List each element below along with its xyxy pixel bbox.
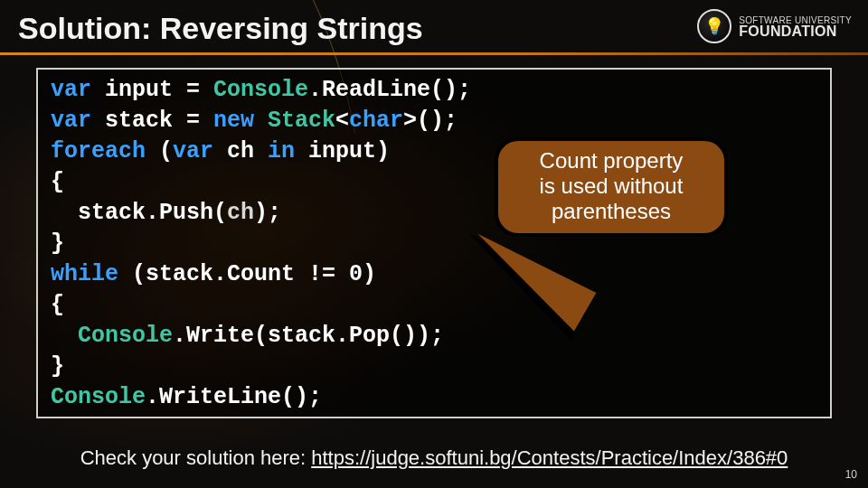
code-keyword: while [51,261,132,287]
code-text: { [51,292,64,318]
code-arg: ch [227,200,254,226]
code-text: < [335,108,349,134]
code-text: .ReadLine(); [308,77,471,103]
code-type: Console [78,323,173,349]
code-text: stack.Push( [51,200,227,226]
code-text: (stack.Count != 0) [132,261,376,287]
annotation-callout: Count property is used without parenthes… [495,137,728,237]
code-text: ); [254,200,281,226]
code-text: } [51,353,64,380]
code-type: Console [213,77,308,103]
code-text [51,323,78,349]
code-text: input) [295,138,390,164]
lightbulb-icon: 💡 [697,9,731,43]
solution-link[interactable]: https://judge.softuni.bg/Contests/Practi… [311,446,788,469]
brand-line2: FOUNDATION [739,26,852,37]
code-text: { [51,169,64,195]
code-text: input = [91,77,213,103]
code-text: .WriteLine(); [146,384,322,410]
code-keyword: new [213,108,268,134]
footer: Check your solution here: https://judge.… [0,446,868,470]
code-text: .Write(stack.Pop()); [173,323,444,349]
code-keyword: var [51,108,91,134]
code-text: stack = [91,108,213,134]
code-block: var input = Console.ReadLine(); var stac… [36,68,832,418]
footer-prefix: Check your solution here: [80,446,312,469]
code-text: } [51,230,64,257]
code-type: Stack [268,108,335,134]
code-text: >(); [403,108,458,134]
page-title: Solution: Reversing Strings [18,11,423,46]
title-underline [0,52,868,55]
callout-line2: is used without [511,174,712,199]
code-text: ch [213,138,268,164]
brand-line1: SOFTWARE UNIVERSITY [739,15,852,26]
code-keyword: var [51,77,91,103]
brand-logo: 💡 SOFTWARE UNIVERSITY FOUNDATION [697,9,852,43]
code-keyword: foreach [51,138,159,164]
page-number: 10 [845,468,857,481]
code-keyword: in [268,138,295,164]
code-text: ( [159,138,173,164]
brand-text: SOFTWARE UNIVERSITY FOUNDATION [739,15,852,37]
code-type: Console [51,384,146,410]
code-keyword: var [173,138,213,164]
callout-line3: parentheses [511,199,712,224]
code-keyword: char [349,108,403,134]
slide: Solution: Reversing Strings 💡 SOFTWARE U… [0,0,868,488]
callout-line1: Count property [511,148,712,174]
